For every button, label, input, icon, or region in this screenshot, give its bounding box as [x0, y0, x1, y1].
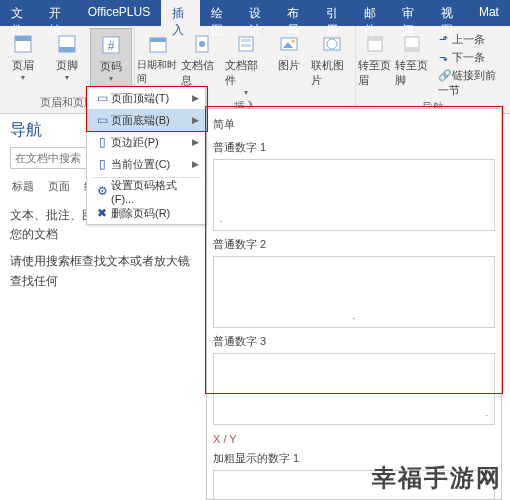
svg-rect-21 — [405, 47, 419, 51]
online-picture-icon — [321, 33, 343, 55]
gallery-item-plain2[interactable]: · — [213, 256, 495, 328]
ribbon-tabs: 文件 开始 OfficePLUS 插入 绘图 设计 布局 引用 邮件 审阅 视图… — [0, 0, 510, 26]
page-number-button[interactable]: # 页码 ▾ — [90, 28, 132, 93]
quick-parts-label: 文档部件 — [225, 58, 267, 88]
chevron-down-icon: ▾ — [244, 89, 248, 97]
page-top-icon: ▭ — [93, 91, 111, 105]
chevron-down-icon: ▾ — [21, 74, 25, 82]
chevron-right-icon: ▶ — [192, 159, 199, 169]
menu-page-margins[interactable]: ▯页边距(P)▶ — [87, 131, 205, 153]
page-number-submenu: ▭页面顶端(T)▶ ▭页面底端(B)▶ ▯页边距(P)▶ ▯当前位置(C)▶ ⚙… — [86, 86, 206, 225]
link-icon: 🔗 — [438, 69, 450, 82]
footer-icon — [56, 33, 78, 55]
menu-label: 删除页码(R) — [111, 206, 199, 221]
goto-footer-label: 转至页脚 — [395, 58, 430, 88]
watermark-text: 幸福手游网 — [372, 462, 502, 494]
nav-links: ⬏上一条 ⬎下一条 🔗链接到前一节 — [432, 28, 508, 98]
prev-label: 上一条 — [452, 33, 485, 45]
next-section-button[interactable]: ⬎下一条 — [438, 50, 504, 65]
goto-header-icon — [364, 33, 386, 55]
chevron-right-icon: ▶ — [192, 115, 199, 125]
remove-icon: ✖ — [93, 206, 111, 220]
page-margin-icon: ▯ — [93, 135, 111, 149]
chevron-down-icon: ▾ — [109, 75, 113, 83]
tab-design[interactable]: 设计 — [238, 0, 276, 26]
page-number-sample: · — [485, 410, 488, 420]
picture-button[interactable]: 图片 — [269, 28, 309, 97]
svg-rect-7 — [150, 38, 166, 42]
header-icon — [12, 33, 34, 55]
gallery-section-simple: 简单 — [213, 113, 495, 138]
nav-tab-headings[interactable]: 标题 — [12, 179, 34, 194]
doc-info-icon — [191, 33, 213, 55]
prev-icon: ⬏ — [438, 33, 450, 46]
chevron-down-icon: ▾ — [65, 74, 69, 82]
online-picture-button[interactable]: 联机图片 — [311, 28, 353, 97]
gallery-section-xy: X / Y — [213, 431, 495, 449]
svg-point-15 — [292, 40, 295, 43]
page-number-gallery: 简单 普通数字 1 · 普通数字 2 · 普通数字 3 · X / Y 加粗显示… — [206, 108, 502, 500]
tab-mathtype[interactable]: Mat — [468, 0, 510, 26]
tab-review[interactable]: 审阅 — [391, 0, 429, 26]
next-icon: ⬎ — [438, 51, 450, 64]
svg-rect-11 — [241, 39, 251, 42]
menu-label: 页边距(P) — [111, 135, 192, 150]
goto-footer-icon — [401, 33, 423, 55]
tab-file[interactable]: 文件 — [0, 0, 38, 26]
menu-current-position[interactable]: ▯当前位置(C)▶ — [87, 153, 205, 175]
format-icon: ⚙ — [93, 184, 111, 198]
nav-tab-pages[interactable]: 页面 — [48, 179, 70, 194]
menu-label: 页面底端(B) — [111, 113, 192, 128]
menu-label: 当前位置(C) — [111, 157, 192, 172]
menu-remove-page-numbers[interactable]: ✖删除页码(R) — [87, 202, 205, 224]
menu-format-page-numbers[interactable]: ⚙设置页码格式(F)... — [87, 180, 205, 202]
tab-view[interactable]: 视图 — [430, 0, 468, 26]
tab-layout[interactable]: 布局 — [276, 0, 314, 26]
goto-header-label: 转至页眉 — [358, 58, 393, 88]
nav-message-line: 请使用搜索框查找文本或者放大镜查找任何 — [10, 252, 198, 290]
menu-label: 设置页码格式(F)... — [111, 178, 199, 205]
page-bottom-icon: ▭ — [93, 113, 111, 127]
tab-references[interactable]: 引用 — [315, 0, 353, 26]
svg-rect-16 — [324, 38, 340, 50]
quick-parts-button[interactable]: 文档部件 ▾ — [225, 28, 267, 97]
page-number-sample: · — [353, 313, 356, 323]
svg-point-9 — [199, 41, 205, 47]
quick-parts-icon — [235, 33, 257, 55]
gallery-item-label: 普通数字 1 — [213, 140, 495, 155]
gallery-item-label: 普通数字 3 — [213, 334, 495, 349]
header-label: 页眉 — [12, 58, 34, 73]
footer-button[interactable]: 页脚 ▾ — [46, 28, 88, 93]
svg-rect-3 — [59, 47, 75, 52]
menu-bottom-of-page[interactable]: ▭页面底端(B)▶ — [87, 109, 205, 131]
chevron-right-icon: ▶ — [192, 93, 199, 103]
header-button[interactable]: 页眉 ▾ — [2, 28, 44, 93]
group-navigation: 转至页眉 转至页脚 ⬏上一条 ⬎下一条 🔗链接到前一节 导航 — [356, 26, 510, 113]
menu-top-of-page[interactable]: ▭页面顶端(T)▶ — [87, 87, 205, 109]
page-number-label: 页码 — [100, 59, 122, 74]
tab-insert[interactable]: 插入 — [161, 0, 199, 26]
tab-home[interactable]: 开始 — [38, 0, 76, 26]
doc-info-label: 文档信息 — [181, 58, 223, 88]
date-time-icon — [147, 33, 169, 55]
svg-rect-12 — [241, 44, 251, 47]
goto-header-button[interactable]: 转至页眉 — [358, 28, 393, 98]
next-label: 下一条 — [452, 51, 485, 63]
gallery-item-plain3[interactable]: · — [213, 353, 495, 425]
tab-mailings[interactable]: 邮件 — [353, 0, 391, 26]
gallery-item-plain1[interactable]: · — [213, 159, 495, 231]
goto-footer-button[interactable]: 转至页脚 — [395, 28, 430, 98]
svg-rect-19 — [368, 37, 382, 41]
prev-section-button[interactable]: ⬏上一条 — [438, 32, 504, 47]
tab-officeplus[interactable]: OfficePLUS — [77, 0, 161, 26]
tab-draw[interactable]: 绘图 — [200, 0, 238, 26]
svg-text:#: # — [108, 39, 115, 53]
footer-label: 页脚 — [56, 58, 78, 73]
page-number-icon: # — [100, 34, 122, 56]
ribbon: 页眉 ▾ 页脚 ▾ # 页码 ▾ 页眉和页脚 日期和时间 文 — [0, 26, 510, 114]
svg-rect-1 — [15, 36, 31, 41]
online-picture-label: 联机图片 — [311, 58, 353, 88]
link-previous-button[interactable]: 🔗链接到前一节 — [438, 68, 504, 98]
page-number-sample: · — [220, 216, 223, 226]
menu-label: 页面顶端(T) — [111, 91, 192, 106]
